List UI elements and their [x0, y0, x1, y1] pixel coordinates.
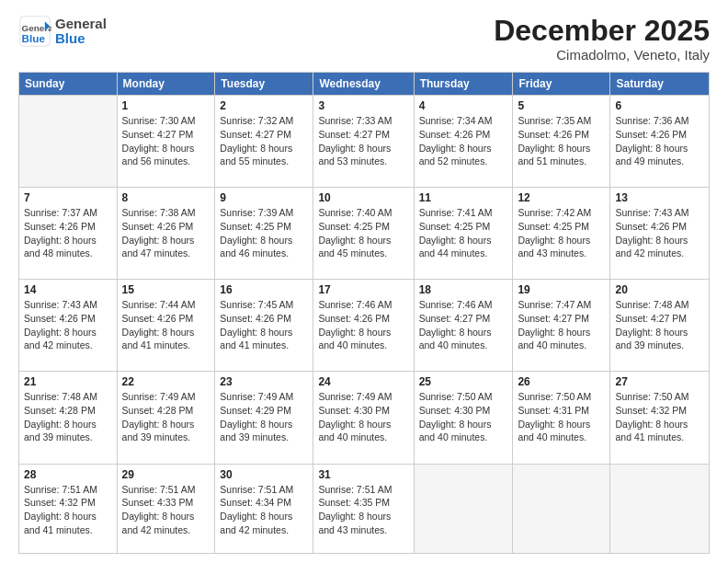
- day-info: Sunrise: 7:46 AMSunset: 4:27 PMDaylight:…: [419, 298, 508, 352]
- calendar-cell: 8Sunrise: 7:38 AMSunset: 4:26 PMDaylight…: [117, 188, 215, 280]
- svg-text:Blue: Blue: [22, 32, 46, 44]
- calendar-cell: 26Sunrise: 7:50 AMSunset: 4:31 PMDayligh…: [513, 372, 610, 464]
- day-info: Sunrise: 7:48 AMSunset: 4:28 PMDaylight:…: [24, 390, 112, 444]
- day-info: Sunrise: 7:41 AMSunset: 4:25 PMDaylight:…: [419, 206, 508, 260]
- day-number: 29: [122, 468, 210, 481]
- weekday-header-sunday: Sunday: [19, 73, 118, 96]
- logo-general-text: General: [55, 17, 107, 32]
- day-number: 10: [318, 191, 408, 204]
- day-info: Sunrise: 7:30 AMSunset: 4:27 PMDaylight:…: [122, 114, 210, 168]
- weekday-header-tuesday: Tuesday: [215, 73, 313, 96]
- day-info: Sunrise: 7:51 AMSunset: 4:35 PMDaylight:…: [318, 483, 408, 537]
- calendar-cell: 19Sunrise: 7:47 AMSunset: 4:27 PMDayligh…: [513, 280, 610, 372]
- calendar-cell: 1Sunrise: 7:30 AMSunset: 4:27 PMDaylight…: [117, 96, 215, 188]
- logo: General Blue General Blue: [18, 15, 107, 48]
- day-number: 31: [318, 468, 408, 481]
- day-number: 14: [24, 283, 112, 296]
- week-row-0: 1Sunrise: 7:30 AMSunset: 4:27 PMDaylight…: [19, 96, 710, 188]
- logo-icon: General Blue: [18, 15, 51, 48]
- calendar-cell: 18Sunrise: 7:46 AMSunset: 4:27 PMDayligh…: [414, 280, 513, 372]
- day-info: Sunrise: 7:34 AMSunset: 4:26 PMDaylight:…: [419, 114, 508, 168]
- weekday-header-wednesday: Wednesday: [313, 73, 414, 96]
- weekday-header-saturday: Saturday: [610, 73, 710, 96]
- calendar-cell: 24Sunrise: 7:49 AMSunset: 4:30 PMDayligh…: [313, 372, 414, 464]
- day-number: 1: [122, 99, 210, 112]
- page: General Blue General Blue December 2025 …: [0, 0, 728, 563]
- day-info: Sunrise: 7:40 AMSunset: 4:25 PMDaylight:…: [318, 206, 408, 260]
- day-number: 11: [419, 191, 508, 204]
- day-info: Sunrise: 7:43 AMSunset: 4:26 PMDaylight:…: [615, 206, 704, 260]
- day-info: Sunrise: 7:49 AMSunset: 4:29 PMDaylight:…: [220, 390, 308, 444]
- calendar-cell: 17Sunrise: 7:46 AMSunset: 4:26 PMDayligh…: [313, 280, 414, 372]
- calendar-cell: 25Sunrise: 7:50 AMSunset: 4:30 PMDayligh…: [414, 372, 513, 464]
- day-number: 28: [24, 468, 112, 481]
- week-row-2: 14Sunrise: 7:43 AMSunset: 4:26 PMDayligh…: [19, 280, 710, 372]
- calendar-cell: 15Sunrise: 7:44 AMSunset: 4:26 PMDayligh…: [117, 280, 215, 372]
- day-info: Sunrise: 7:45 AMSunset: 4:26 PMDaylight:…: [220, 298, 308, 352]
- day-number: 20: [615, 283, 704, 296]
- day-number: 21: [24, 375, 112, 388]
- day-info: Sunrise: 7:50 AMSunset: 4:32 PMDaylight:…: [615, 390, 704, 444]
- calendar-cell: 10Sunrise: 7:40 AMSunset: 4:25 PMDayligh…: [313, 188, 414, 280]
- calendar-cell: 16Sunrise: 7:45 AMSunset: 4:26 PMDayligh…: [215, 280, 313, 372]
- header: General Blue General Blue December 2025 …: [18, 15, 710, 63]
- day-info: Sunrise: 7:51 AMSunset: 4:34 PMDaylight:…: [220, 483, 308, 537]
- day-info: Sunrise: 7:38 AMSunset: 4:26 PMDaylight:…: [122, 206, 210, 260]
- calendar-cell: 29Sunrise: 7:51 AMSunset: 4:33 PMDayligh…: [117, 464, 215, 554]
- calendar-cell: [19, 96, 118, 188]
- title-block: December 2025 Cimadolmo, Veneto, Italy: [494, 15, 710, 63]
- day-number: 17: [318, 283, 408, 296]
- day-info: Sunrise: 7:33 AMSunset: 4:27 PMDaylight:…: [318, 114, 408, 168]
- calendar-cell: 20Sunrise: 7:48 AMSunset: 4:27 PMDayligh…: [610, 280, 710, 372]
- day-number: 3: [318, 99, 408, 112]
- calendar-cell: 21Sunrise: 7:48 AMSunset: 4:28 PMDayligh…: [19, 372, 118, 464]
- day-number: 12: [518, 191, 605, 204]
- calendar-cell: 4Sunrise: 7:34 AMSunset: 4:26 PMDaylight…: [414, 96, 513, 188]
- day-info: Sunrise: 7:50 AMSunset: 4:30 PMDaylight:…: [419, 390, 508, 444]
- calendar-cell: [610, 464, 710, 554]
- day-info: Sunrise: 7:46 AMSunset: 4:26 PMDaylight:…: [318, 298, 408, 352]
- day-number: 7: [24, 191, 112, 204]
- weekday-header-monday: Monday: [117, 73, 215, 96]
- calendar-cell: 30Sunrise: 7:51 AMSunset: 4:34 PMDayligh…: [215, 464, 313, 554]
- calendar-cell: 7Sunrise: 7:37 AMSunset: 4:26 PMDaylight…: [19, 188, 118, 280]
- calendar-cell: 31Sunrise: 7:51 AMSunset: 4:35 PMDayligh…: [313, 464, 414, 554]
- month-title: December 2025: [494, 15, 710, 47]
- calendar-cell: 22Sunrise: 7:49 AMSunset: 4:28 PMDayligh…: [117, 372, 215, 464]
- weekday-header-thursday: Thursday: [414, 73, 513, 96]
- weekday-header-friday: Friday: [513, 73, 610, 96]
- calendar-cell: 5Sunrise: 7:35 AMSunset: 4:26 PMDaylight…: [513, 96, 610, 188]
- weekday-header-row: SundayMondayTuesdayWednesdayThursdayFrid…: [19, 73, 710, 96]
- day-number: 16: [220, 283, 308, 296]
- calendar-cell: 11Sunrise: 7:41 AMSunset: 4:25 PMDayligh…: [414, 188, 513, 280]
- calendar-cell: 3Sunrise: 7:33 AMSunset: 4:27 PMDaylight…: [313, 96, 414, 188]
- week-row-1: 7Sunrise: 7:37 AMSunset: 4:26 PMDaylight…: [19, 188, 710, 280]
- day-number: 22: [122, 375, 210, 388]
- day-info: Sunrise: 7:42 AMSunset: 4:25 PMDaylight:…: [518, 206, 605, 260]
- day-number: 9: [220, 191, 308, 204]
- day-number: 13: [615, 191, 704, 204]
- logo-blue-text: Blue: [55, 31, 107, 47]
- day-info: Sunrise: 7:39 AMSunset: 4:25 PMDaylight:…: [220, 206, 308, 260]
- day-info: Sunrise: 7:49 AMSunset: 4:28 PMDaylight:…: [122, 390, 210, 444]
- calendar-cell: [414, 464, 513, 554]
- day-number: 19: [518, 283, 605, 296]
- calendar-cell: 6Sunrise: 7:36 AMSunset: 4:26 PMDaylight…: [610, 96, 710, 188]
- calendar-cell: 13Sunrise: 7:43 AMSunset: 4:26 PMDayligh…: [610, 188, 710, 280]
- day-number: 30: [220, 468, 308, 481]
- day-info: Sunrise: 7:44 AMSunset: 4:26 PMDaylight:…: [122, 298, 210, 352]
- day-number: 8: [122, 191, 210, 204]
- location-subtitle: Cimadolmo, Veneto, Italy: [494, 47, 710, 63]
- day-number: 23: [220, 375, 308, 388]
- day-info: Sunrise: 7:37 AMSunset: 4:26 PMDaylight:…: [24, 206, 112, 260]
- day-info: Sunrise: 7:36 AMSunset: 4:26 PMDaylight:…: [615, 114, 704, 168]
- calendar-cell: [513, 464, 610, 554]
- day-info: Sunrise: 7:35 AMSunset: 4:26 PMDaylight:…: [518, 114, 605, 168]
- day-info: Sunrise: 7:51 AMSunset: 4:33 PMDaylight:…: [122, 483, 210, 537]
- calendar-table: SundayMondayTuesdayWednesdayThursdayFrid…: [18, 72, 710, 554]
- day-number: 26: [518, 375, 605, 388]
- day-info: Sunrise: 7:49 AMSunset: 4:30 PMDaylight:…: [318, 390, 408, 444]
- day-number: 15: [122, 283, 210, 296]
- calendar-cell: 27Sunrise: 7:50 AMSunset: 4:32 PMDayligh…: [610, 372, 710, 464]
- week-row-3: 21Sunrise: 7:48 AMSunset: 4:28 PMDayligh…: [19, 372, 710, 464]
